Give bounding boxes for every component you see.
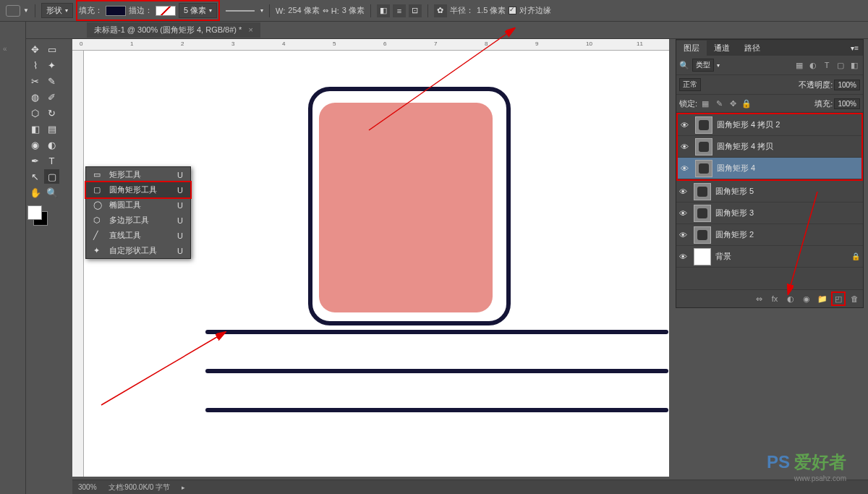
menu-polygon-tool[interactable]: ⬡ 多边形工具 U (86, 213, 190, 228)
link-layers-icon[interactable]: ⇔ (753, 293, 765, 305)
blur-tool[interactable]: ◉ (27, 137, 43, 152)
width-value[interactable]: 254 像素 (288, 5, 319, 16)
visibility-icon[interactable]: 👁 (681, 164, 691, 173)
tab-layers[interactable]: 图层 (676, 41, 707, 56)
arrange-icon[interactable]: ⊡ (409, 4, 422, 17)
annotation-arrow (774, 188, 832, 304)
panel-menu-icon[interactable]: ▾≡ (851, 44, 863, 52)
move-tool[interactable]: ✥ (27, 42, 43, 56)
menu-custom-shape-tool[interactable]: ✦ 自定形状工具 U (86, 243, 190, 258)
opacity-value[interactable]: 100% (834, 80, 860, 90)
collapse-icon[interactable]: « (3, 45, 7, 53)
lock-all-icon[interactable]: 🔒 (741, 98, 752, 109)
visibility-icon[interactable]: 👁 (679, 231, 689, 239)
chevron-down-icon[interactable]: ▼ (23, 7, 29, 14)
layer-thumb[interactable] (695, 160, 712, 177)
layer-row[interactable]: 👁 圆角矩形 4 (678, 158, 861, 179)
visibility-icon[interactable]: 👁 (681, 121, 691, 129)
history-brush-tool[interactable]: ↻ (44, 106, 59, 120)
eraser-tool[interactable]: ◧ (27, 122, 43, 136)
layer-row[interactable]: 👁 圆角矩形 2 (676, 224, 863, 246)
heal-tool[interactable]: ◍ (27, 90, 43, 104)
color-swatches[interactable] (27, 205, 49, 227)
gear-icon[interactable]: ✿ (434, 4, 447, 17)
dodge-tool[interactable]: ◐ (44, 137, 59, 152)
doc-info[interactable]: 文档:900.0K/0 字节 (109, 482, 171, 493)
height-value[interactable]: 3 像素 (342, 5, 365, 16)
stamp-tool[interactable]: ⬡ (27, 106, 43, 120)
layer-thumb[interactable] (695, 116, 712, 134)
menu-rect-tool[interactable]: ▭ 矩形工具 U (86, 167, 190, 182)
layer-name[interactable]: 圆角矩形 4 (717, 163, 859, 174)
layer-thumb[interactable] (694, 205, 711, 222)
height-label: H: (331, 7, 339, 15)
fg-color-swatch[interactable] (27, 205, 42, 220)
brush-tool[interactable]: ✐ (44, 90, 59, 104)
type-tool[interactable]: T (44, 153, 59, 168)
menu-line-tool[interactable]: ╱ 直线工具 U (86, 228, 190, 243)
layer-name[interactable]: 圆角矩形 4 拷贝 (717, 141, 859, 152)
crop-tool[interactable]: ✂ (27, 74, 43, 88)
menu-ellipse-tool[interactable]: ◯ 椭圆工具 U (86, 197, 190, 213)
tab-paths[interactable]: 路径 (737, 41, 767, 56)
path-op-icon[interactable]: ◧ (377, 4, 390, 17)
visibility-icon[interactable]: 👁 (681, 142, 691, 151)
pen-tool[interactable]: ✒ (27, 153, 43, 168)
align-edges-checkbox[interactable] (509, 7, 516, 14)
layer-row[interactable]: 👁 背景 🔒 (676, 246, 863, 268)
blend-mode-dropdown[interactable]: 正常 (679, 78, 701, 91)
wand-tool[interactable]: ✦ (44, 58, 59, 72)
artwork-line (205, 330, 668, 334)
tab-channels[interactable]: 通道 (707, 41, 737, 56)
lock-pos-icon[interactable]: ✥ (727, 98, 739, 109)
menu-rounded-rect-tool[interactable]: ▢ 圆角矩形工具 U (86, 182, 190, 197)
filter-smart-icon[interactable]: ◧ (848, 59, 860, 71)
fill-opacity-value[interactable]: 100% (834, 98, 860, 109)
filter-type-icon[interactable]: T (821, 59, 833, 71)
shape-tool[interactable]: ▢ (44, 169, 59, 184)
filter-shape-icon[interactable]: ▢ (835, 59, 846, 71)
document-tab[interactable]: 未标题-1 @ 300% (圆角矩形 4, RGB/8#) * × (87, 22, 260, 38)
layer-row[interactable]: 👁 圆角矩形 4 拷贝 (678, 136, 861, 158)
fill-swatch[interactable] (106, 6, 126, 16)
zoom-tool[interactable]: 🔍 (44, 185, 59, 200)
layer-row[interactable]: 👁 圆角矩形 4 拷贝 2 (678, 114, 861, 136)
zoom-level[interactable]: 300% (78, 483, 97, 491)
layer-thumb[interactable] (694, 226, 711, 244)
lasso-tool[interactable]: ⌇ (27, 58, 43, 72)
new-layer-icon[interactable]: ◰ (833, 293, 844, 305)
eyedropper-tool[interactable]: ✎ (44, 74, 59, 88)
layer-thumb[interactable] (695, 138, 712, 156)
stroke-width-dropdown[interactable]: 5 像素 ▾ (179, 3, 217, 18)
vertical-ruler[interactable] (72, 51, 84, 477)
lock-paint-icon[interactable]: ✎ (713, 98, 725, 109)
filter-adj-icon[interactable]: ◐ (807, 59, 819, 71)
layer-row[interactable]: 👁 圆角矩形 3 (676, 203, 863, 224)
marquee-tool[interactable]: ▭ (44, 42, 59, 56)
radius-value[interactable]: 1.5 像素 (477, 5, 506, 16)
chevron-right-icon[interactable]: ▸ (182, 484, 185, 491)
stroke-swatch[interactable] (156, 6, 176, 16)
chevron-down-icon[interactable]: ▾ (260, 7, 263, 14)
layer-thumb[interactable] (694, 183, 711, 200)
visibility-icon[interactable]: 👁 (679, 252, 689, 261)
link-wh-icon[interactable]: ⇔ (323, 7, 328, 14)
visibility-icon[interactable]: 👁 (679, 209, 689, 218)
filter-pixel-icon[interactable]: ▦ (793, 59, 805, 71)
gradient-tool[interactable]: ▤ (44, 122, 59, 136)
layer-name[interactable]: 圆角矩形 4 拷贝 2 (717, 119, 859, 130)
delete-layer-icon[interactable]: 🗑 (848, 293, 860, 305)
hand-tool[interactable]: ✋ (27, 185, 43, 200)
close-icon[interactable]: × (248, 25, 252, 34)
filter-dropdown[interactable]: 类型 (692, 59, 714, 72)
visibility-icon[interactable]: 👁 (679, 187, 689, 196)
path-select-tool[interactable]: ↖ (27, 169, 43, 184)
layer-row[interactable]: 👁 圆角矩形 5 (676, 181, 863, 203)
layer-thumb[interactable] (694, 248, 711, 265)
lock-trans-icon[interactable]: ▦ (699, 98, 711, 109)
stroke-style-preview[interactable] (226, 10, 255, 12)
shape-mode-dropdown[interactable]: 形状 ▾ (41, 3, 73, 18)
shape-preset-icon[interactable] (6, 5, 20, 17)
align-icon[interactable]: ≡ (393, 4, 406, 17)
filter-icon[interactable]: 🔍 (679, 61, 689, 70)
